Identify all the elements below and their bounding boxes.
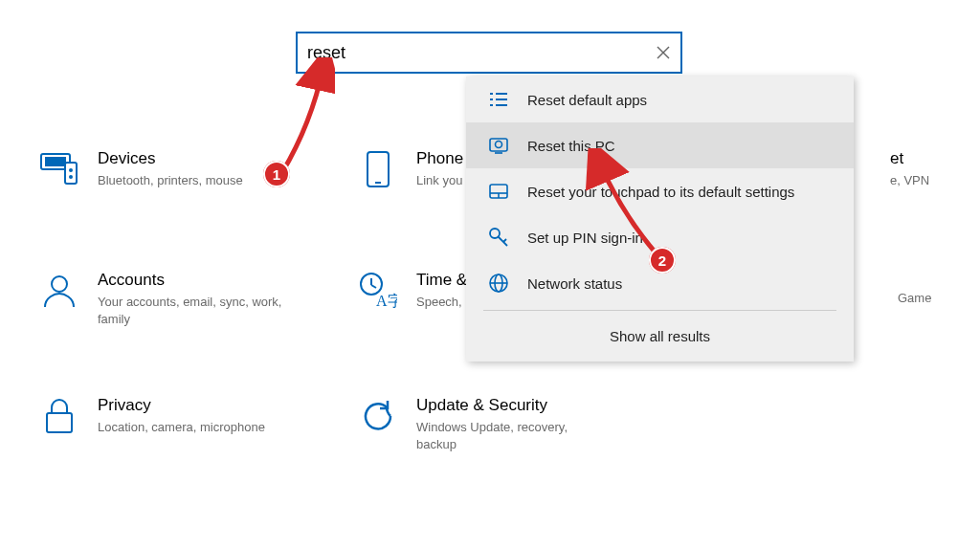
result-label: Set up PIN sign-in [527, 230, 643, 246]
tile-subtitle: Game [898, 290, 931, 307]
result-label: Reset your touchpad to its default setti… [527, 184, 794, 200]
annotation-marker-1: 1 [263, 161, 290, 187]
list-icon [485, 86, 512, 113]
svg-point-6 [69, 175, 73, 179]
svg-rect-14 [47, 413, 72, 432]
tile-title: Phone [416, 148, 463, 169]
tile-subtitle: Bluetooth, printers, mouse [98, 172, 243, 189]
tile-subtitle: Windows Update, recovery, backup [416, 419, 608, 453]
privacy-icon [38, 395, 80, 437]
tile-subtitle: Speech, [416, 294, 467, 311]
show-all-results[interactable]: Show all results [466, 311, 854, 362]
svg-rect-4 [65, 163, 77, 184]
accounts-icon [38, 270, 80, 312]
result-reset-this-pc[interactable]: Reset this PC [466, 122, 854, 168]
svg-text:A字: A字 [376, 293, 397, 309]
svg-rect-3 [45, 157, 66, 166]
close-icon [657, 46, 670, 59]
search-input[interactable] [298, 33, 646, 72]
svg-line-28 [498, 236, 507, 246]
result-label: Reset default apps [527, 92, 647, 108]
svg-line-29 [503, 239, 506, 242]
time-language-icon: A字 [357, 270, 399, 312]
clear-search-button[interactable] [646, 33, 680, 72]
tile-title: et [890, 148, 929, 169]
touchpad-icon [485, 178, 512, 205]
search-results-panel: Reset default apps Reset this PC Reset y… [466, 77, 854, 362]
result-reset-default-apps[interactable]: Reset default apps [466, 77, 854, 122]
tile-network-partial[interactable]: et e, VPN [890, 148, 929, 189]
network-icon [485, 270, 512, 296]
recovery-icon [485, 132, 512, 159]
tile-title: Privacy [98, 395, 265, 416]
settings-search-box[interactable] [296, 32, 682, 74]
tile-phone[interactable]: Phone Link you [357, 148, 463, 190]
tile-gaming-partial[interactable]: Game [898, 287, 931, 307]
key-icon [485, 224, 512, 251]
tile-title: Devices [98, 148, 243, 169]
tile-title: Accounts [98, 270, 289, 291]
tile-privacy[interactable]: Privacy Location, camera, microphone [38, 395, 265, 437]
tile-time-language[interactable]: A字 Time & Speech, [357, 270, 467, 312]
tile-devices[interactable]: Devices Bluetooth, printers, mouse [38, 148, 243, 190]
svg-point-22 [496, 142, 502, 148]
tile-subtitle: e, VPN [890, 172, 929, 189]
svg-point-9 [52, 276, 67, 292]
tile-subtitle: Your accounts, email, sync, work, family [98, 294, 289, 328]
svg-rect-7 [368, 152, 389, 186]
tile-subtitle: Location, camera, microphone [98, 419, 265, 436]
annotation-marker-2: 2 [649, 247, 676, 274]
svg-rect-8 [375, 182, 381, 184]
tile-title: Update & Security [416, 395, 608, 416]
tile-subtitle: Link you [416, 172, 463, 189]
result-label: Network status [527, 275, 622, 292]
update-icon [357, 395, 399, 437]
svg-point-5 [69, 168, 73, 172]
tile-update-security[interactable]: Update & Security Windows Update, recove… [357, 395, 608, 453]
tile-accounts[interactable]: Accounts Your accounts, email, sync, wor… [38, 270, 289, 328]
result-reset-touchpad[interactable]: Reset your touchpad to its default setti… [466, 168, 854, 214]
svg-line-12 [371, 285, 376, 288]
phone-icon [357, 148, 399, 190]
devices-icon [38, 148, 80, 190]
result-label: Reset this PC [527, 138, 615, 154]
tile-title: Time & [416, 270, 467, 291]
